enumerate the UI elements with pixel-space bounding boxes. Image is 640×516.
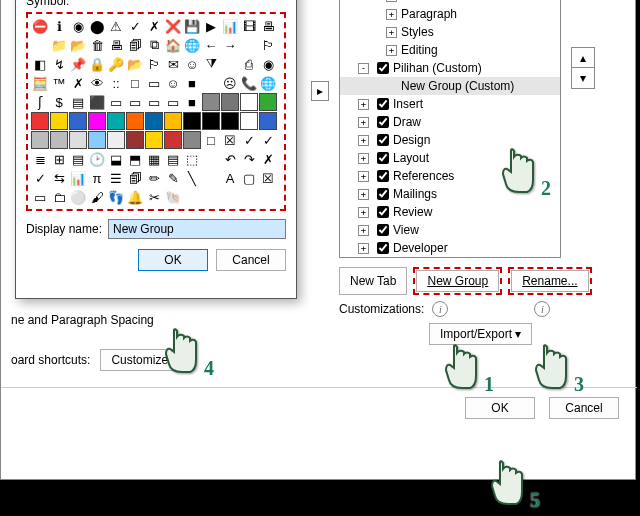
symbol-swatch[interactable] bbox=[69, 112, 87, 130]
symbol-cell[interactable]: A bbox=[221, 169, 239, 187]
tree-checkbox[interactable] bbox=[377, 242, 389, 254]
symbol-swatch[interactable] bbox=[221, 112, 239, 130]
expand-icon[interactable]: + bbox=[358, 225, 369, 236]
symbol-cell[interactable]: 🏳 bbox=[259, 36, 277, 54]
symbol-cell[interactable]: □ bbox=[126, 74, 144, 92]
tree-row[interactable]: +Insert bbox=[340, 95, 560, 113]
symbol-cell[interactable]: ◧ bbox=[31, 55, 49, 73]
symbol-cell[interactable]: 👁 bbox=[88, 74, 106, 92]
symbol-cell[interactable]: ≣ bbox=[31, 150, 49, 168]
tree-row[interactable]: +View bbox=[340, 221, 560, 239]
symbol-cell[interactable]: π bbox=[88, 169, 106, 187]
symbol-cell[interactable]: ⬚ bbox=[183, 150, 201, 168]
symbol-cell[interactable]: ⊞ bbox=[50, 150, 68, 168]
collapse-icon[interactable]: - bbox=[358, 63, 369, 74]
symbol-cell[interactable]: ← bbox=[202, 36, 220, 54]
symbol-swatch[interactable] bbox=[126, 112, 144, 130]
tree-row[interactable]: +References bbox=[340, 167, 560, 185]
symbol-cell[interactable]: 📁 bbox=[50, 36, 68, 54]
symbol-cell[interactable]: 🕑 bbox=[88, 150, 106, 168]
symbol-cell[interactable]: 🌐 bbox=[259, 74, 277, 92]
tree-checkbox[interactable] bbox=[377, 98, 389, 110]
symbol-cell[interactable]: ⛔ bbox=[31, 17, 49, 35]
symbol-swatch[interactable] bbox=[240, 93, 258, 111]
expand-icon[interactable]: + bbox=[358, 135, 369, 146]
symbol-cell[interactable]: ▤ bbox=[164, 150, 182, 168]
tree-checkbox[interactable] bbox=[377, 116, 389, 128]
symbol-swatch[interactable] bbox=[145, 131, 163, 149]
add-arrow-button[interactable]: ▸ bbox=[311, 81, 329, 101]
symbol-cell[interactable]: ✎ bbox=[164, 169, 182, 187]
customize-ribbon-tree[interactable]: -Home+Clipboard+Font+Paragraph+Styles+Ed… bbox=[339, 0, 561, 258]
expand-icon[interactable]: + bbox=[358, 171, 369, 182]
tree-checkbox[interactable] bbox=[377, 188, 389, 200]
symbol-cell[interactable]: ☺ bbox=[183, 55, 201, 73]
symbol-cell[interactable]: 🔑 bbox=[107, 55, 125, 73]
tree-row[interactable]: +Draw bbox=[340, 113, 560, 131]
tree-row[interactable]: -Pilihan (Custom) bbox=[340, 59, 560, 77]
symbol-cell[interactable]: → bbox=[221, 36, 239, 54]
symbol-cell[interactable]: ▭ bbox=[145, 93, 163, 111]
symbol-swatch[interactable] bbox=[164, 112, 182, 130]
tree-row[interactable]: +Design bbox=[340, 131, 560, 149]
symbol-cell[interactable]: ☒ bbox=[259, 169, 277, 187]
symbol-cell[interactable]: 🧮 bbox=[31, 74, 49, 92]
symbol-cell[interactable]: ⧉ bbox=[145, 36, 163, 54]
symbol-cell[interactable]: ☹ bbox=[221, 74, 239, 92]
symbol-swatch[interactable] bbox=[259, 112, 277, 130]
symbol-cell[interactable] bbox=[202, 169, 220, 187]
symbol-cell[interactable]: ✓ bbox=[259, 131, 277, 149]
symbol-cell[interactable]: ◉ bbox=[69, 17, 87, 35]
symbol-cell[interactable]: 🗀 bbox=[50, 188, 68, 206]
expand-icon[interactable]: + bbox=[386, 9, 397, 20]
symbol-cell[interactable]: ❌ bbox=[164, 17, 182, 35]
symbol-cell[interactable]: ⎙ bbox=[240, 55, 258, 73]
symbol-cell[interactable]: 👣 bbox=[107, 188, 125, 206]
symbol-cell[interactable]: 🗐 bbox=[126, 36, 144, 54]
tree-row[interactable]: +Developer bbox=[340, 239, 560, 257]
new-tab-button[interactable]: New Tab bbox=[339, 267, 407, 295]
tree-checkbox[interactable] bbox=[377, 206, 389, 218]
tree-checkbox[interactable] bbox=[377, 62, 389, 74]
symbol-cell[interactable]: 🏳 bbox=[145, 55, 163, 73]
symbol-cell[interactable]: ✏ bbox=[145, 169, 163, 187]
symbol-cell[interactable]: ↶ bbox=[221, 150, 239, 168]
symbol-cell[interactable]: ▤ bbox=[69, 93, 87, 111]
customize-shortcuts-button[interactable]: Customize... bbox=[100, 349, 189, 371]
tree-row[interactable]: +Layout bbox=[340, 149, 560, 167]
symbol-swatch[interactable] bbox=[126, 131, 144, 149]
import-export-button[interactable]: Import/Export ▾ bbox=[429, 323, 532, 345]
symbol-cell[interactable]: 💾 bbox=[183, 17, 201, 35]
symbol-cell[interactable]: 🏠 bbox=[164, 36, 182, 54]
symbol-cell[interactable] bbox=[31, 36, 49, 54]
symbol-cell[interactable]: ✗ bbox=[145, 17, 163, 35]
symbol-cell[interactable]: 🌐 bbox=[183, 36, 201, 54]
tree-row[interactable]: +Paragraph bbox=[340, 5, 560, 23]
symbol-cell[interactable]: 📞 bbox=[240, 74, 258, 92]
symbol-cell[interactable]: ▢ bbox=[240, 169, 258, 187]
symbol-swatch[interactable] bbox=[183, 131, 201, 149]
symbol-cell[interactable]: ☒ bbox=[221, 131, 239, 149]
symbol-cell[interactable]: ✓ bbox=[126, 17, 144, 35]
symbol-swatch[interactable] bbox=[164, 131, 182, 149]
rename-cancel-button[interactable]: Cancel bbox=[216, 249, 286, 271]
symbol-cell[interactable]: ✓ bbox=[31, 169, 49, 187]
symbol-cell[interactable]: 📂 bbox=[69, 36, 87, 54]
expand-icon[interactable]: + bbox=[358, 189, 369, 200]
symbol-cell[interactable]: 🖌 bbox=[88, 188, 106, 206]
symbol-swatch[interactable] bbox=[88, 131, 106, 149]
tree-row[interactable]: +Editing bbox=[340, 41, 560, 59]
rename-ok-button[interactable]: OK bbox=[138, 249, 208, 271]
symbol-swatch[interactable] bbox=[31, 112, 49, 130]
symbol-cell[interactable] bbox=[221, 55, 239, 73]
symbol-swatch[interactable] bbox=[69, 131, 87, 149]
symbol-cell[interactable]: ↷ bbox=[240, 150, 258, 168]
symbol-swatch[interactable] bbox=[145, 112, 163, 130]
symbol-cell[interactable]: ↯ bbox=[50, 55, 68, 73]
symbol-cell[interactable] bbox=[240, 36, 258, 54]
symbol-cell[interactable]: $ bbox=[50, 93, 68, 111]
tree-checkbox[interactable] bbox=[377, 152, 389, 164]
symbol-swatch[interactable] bbox=[31, 131, 49, 149]
tree-row[interactable]: +Styles bbox=[340, 23, 560, 41]
expand-icon[interactable]: + bbox=[386, 0, 397, 2]
